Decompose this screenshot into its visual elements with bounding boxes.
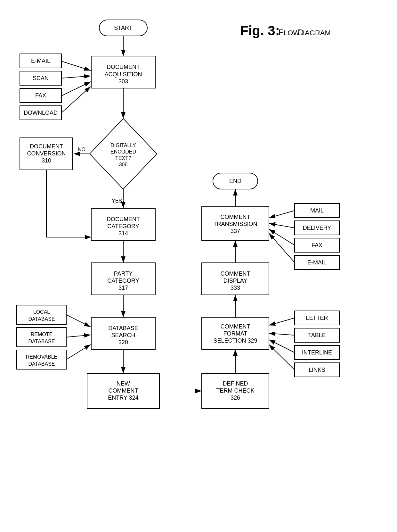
comment-display-label1: COMMENT — [221, 270, 250, 277]
party-category-label2: CATEGORY — [107, 278, 139, 284]
diamond-label1: DIGITALLY — [110, 143, 136, 148]
defined-term-label2: TERM CHECK — [216, 387, 254, 394]
new-comment-entry-label1: NEW — [117, 380, 130, 387]
comment-format-sel-label3: SELECTION 329 — [213, 337, 257, 344]
letter-label: LETTER — [306, 315, 328, 321]
defined-term-label3: 326 — [231, 395, 240, 401]
fig-title: Fig. 3: — [240, 23, 280, 38]
remote-db-label1: REMOTE — [31, 332, 53, 337]
arrow-scan-docacq — [61, 76, 91, 78]
arrow-email-docacq — [61, 61, 91, 71]
email-output-label: E-MAIL — [307, 259, 327, 266]
doc-conversion-label2: CONVERSION — [27, 150, 66, 157]
comment-transmission-label2: TRANSMISSION — [213, 221, 257, 227]
doc-category-label2: CATEGORY — [107, 223, 139, 229]
arrow-table-formatsel — [269, 333, 295, 335]
arrow-localdb-dbsearch — [66, 315, 91, 327]
arrow-interline-formatsel — [269, 340, 295, 353]
defined-term-label1: DEFINED — [223, 380, 248, 387]
arrow-remotedb-dbsearch — [66, 335, 91, 337]
new-comment-entry-label2: COMMENT — [109, 387, 138, 394]
removable-db-label2: DATABASE — [28, 361, 55, 367]
email-label: E-MAIL — [31, 58, 50, 64]
db-search-label3: 320 — [118, 339, 128, 345]
comment-display-label2: DISPLAY — [223, 278, 247, 284]
db-search-label2: SEARCH — [111, 332, 135, 338]
local-db-label2: DATABASE — [28, 316, 55, 322]
doc-category-label3: 314 — [118, 230, 128, 237]
arrow-delivery-transmission — [269, 223, 295, 228]
diamond-label2: ENCODED — [110, 149, 136, 154]
doc-conversion-label3: 310 — [42, 157, 51, 164]
arrow-fax-docacq — [61, 82, 91, 96]
arrow-fax-transmission — [269, 229, 295, 245]
end-label: END — [229, 178, 241, 184]
fig-subtitle2: LOW — [284, 29, 300, 37]
diamond-label4: 306 — [119, 162, 128, 167]
local-db-label1: LOCAL — [33, 309, 50, 315]
removable-db-label1: REMOVABLE — [26, 354, 57, 360]
doc-category-label1: DOCUMENT — [107, 216, 140, 222]
interline-label: INTERLINE — [302, 349, 332, 356]
flow-diagram: Fig. 3: F LOW D IAGRAM START DOCUMENT AC… — [0, 0, 397, 532]
party-category-label3: 317 — [118, 285, 128, 291]
db-search-label1: DATABASE — [108, 325, 138, 331]
doc-acquisition-label3: 303 — [118, 78, 128, 85]
comment-display-label3: 333 — [231, 285, 240, 291]
delivery-label: DELIVERY — [303, 225, 331, 231]
remote-db-label2: DATABASE — [28, 339, 55, 344]
comment-format-sel-label2: FORMAT — [223, 330, 247, 337]
doc-acquisition-label2: ACQUISITION — [104, 71, 142, 78]
arrow-download-docacq — [61, 87, 91, 113]
fax-output-label: FAX — [312, 242, 322, 248]
comment-transmission-label1: COMMENT — [221, 214, 250, 220]
arrow-removabledb-dbsearch — [66, 345, 91, 360]
start-label: START — [114, 25, 132, 31]
arrow-links-formatsel — [269, 345, 295, 370]
comment-format-sel-label1: COMMENT — [221, 323, 250, 330]
table-label: TABLE — [308, 332, 326, 338]
arrow-mail-transmission — [269, 211, 295, 218]
new-comment-entry-label3: ENTRY 324 — [108, 395, 138, 401]
yes-label: YES — [112, 198, 122, 204]
mail-label: MAIL — [310, 207, 324, 214]
doc-acquisition-label: DOCUMENT — [107, 64, 140, 70]
diamond-label3: TEXT? — [115, 155, 131, 161]
download-label: DOWNLOAD — [24, 110, 58, 116]
arrow-email-transmission — [269, 233, 295, 262]
scan-label: SCAN — [33, 75, 49, 81]
party-category-label1: PARTY — [114, 270, 133, 277]
fig-subtitle4: IAGRAM — [303, 29, 331, 37]
arrow-letter-formatsel — [269, 318, 295, 325]
fig-subtitle: F — [279, 28, 284, 37]
no-label: NO — [78, 147, 85, 152]
comment-transmission-label3: 337 — [231, 228, 240, 234]
links-label: LINKS — [309, 367, 325, 373]
fax-label: FAX — [35, 92, 46, 99]
doc-conversion-label1: DOCUMENT — [30, 143, 63, 150]
